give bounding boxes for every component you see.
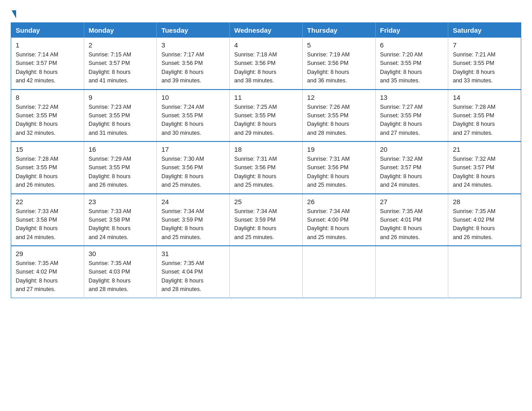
day-number: 2 [89, 41, 152, 49]
day-info: Sunrise: 7:28 AMSunset: 3:55 PMDaylight:… [453, 103, 516, 138]
day-number: 17 [161, 146, 225, 153]
day-number: 6 [380, 41, 444, 49]
day-info: Sunrise: 7:35 AMSunset: 4:01 PMDaylight:… [380, 207, 444, 242]
day-info: Sunrise: 7:32 AMSunset: 3:57 PMDaylight:… [453, 155, 516, 190]
day-cell: 29Sunrise: 7:35 AMSunset: 4:02 PMDayligh… [11, 246, 84, 298]
day-info: Sunrise: 7:31 AMSunset: 3:56 PMDaylight:… [234, 155, 298, 190]
day-info: Sunrise: 7:32 AMSunset: 3:57 PMDaylight:… [380, 155, 444, 190]
day-cell: 11Sunrise: 7:25 AMSunset: 3:55 PMDayligh… [230, 90, 303, 142]
day-info: Sunrise: 7:24 AMSunset: 3:55 PMDaylight:… [161, 103, 225, 138]
day-cell: 6Sunrise: 7:20 AMSunset: 3:55 PMDaylight… [375, 38, 448, 90]
day-info: Sunrise: 7:21 AMSunset: 3:55 PMDaylight:… [453, 51, 516, 86]
day-cell: 22Sunrise: 7:33 AMSunset: 3:58 PMDayligh… [11, 194, 84, 246]
header [11, 9, 521, 15]
day-number: 20 [380, 146, 444, 153]
day-cell: 13Sunrise: 7:27 AMSunset: 3:55 PMDayligh… [375, 90, 448, 142]
day-cell: 12Sunrise: 7:26 AMSunset: 3:55 PMDayligh… [302, 90, 375, 142]
col-header-wednesday: Wednesday [230, 23, 303, 38]
col-header-tuesday: Tuesday [157, 23, 230, 38]
day-info: Sunrise: 7:29 AMSunset: 3:55 PMDaylight:… [89, 155, 152, 190]
day-info: Sunrise: 7:20 AMSunset: 3:55 PMDaylight:… [380, 51, 444, 86]
day-cell: 27Sunrise: 7:35 AMSunset: 4:01 PMDayligh… [375, 194, 448, 246]
day-cell: 31Sunrise: 7:35 AMSunset: 4:04 PMDayligh… [157, 246, 230, 298]
day-number: 7 [453, 41, 516, 49]
week-row-3: 15Sunrise: 7:28 AMSunset: 3:55 PMDayligh… [11, 141, 521, 194]
col-header-friday: Friday [375, 23, 448, 38]
day-number: 27 [380, 198, 444, 206]
day-cell: 17Sunrise: 7:30 AMSunset: 3:56 PMDayligh… [157, 141, 230, 194]
day-number: 22 [16, 198, 79, 206]
day-number: 28 [453, 198, 516, 206]
day-info: Sunrise: 7:35 AMSunset: 4:03 PMDaylight:… [89, 259, 152, 294]
day-number: 1 [16, 41, 79, 49]
day-cell: 4Sunrise: 7:18 AMSunset: 3:56 PMDaylight… [230, 38, 303, 90]
day-number: 21 [453, 146, 516, 153]
day-info: Sunrise: 7:34 AMSunset: 4:00 PMDaylight:… [307, 207, 371, 242]
day-info: Sunrise: 7:28 AMSunset: 3:55 PMDaylight:… [16, 155, 79, 190]
day-info: Sunrise: 7:14 AMSunset: 3:57 PMDaylight:… [16, 51, 79, 86]
day-cell: 14Sunrise: 7:28 AMSunset: 3:55 PMDayligh… [448, 90, 521, 142]
day-number: 4 [234, 41, 298, 49]
day-info: Sunrise: 7:31 AMSunset: 3:56 PMDaylight:… [307, 155, 371, 190]
day-cell: 15Sunrise: 7:28 AMSunset: 3:55 PMDayligh… [11, 141, 84, 194]
day-cell: 24Sunrise: 7:34 AMSunset: 3:59 PMDayligh… [157, 194, 230, 246]
day-cell: 23Sunrise: 7:33 AMSunset: 3:58 PMDayligh… [84, 194, 157, 246]
day-number: 3 [161, 41, 225, 49]
day-info: Sunrise: 7:34 AMSunset: 3:59 PMDaylight:… [234, 207, 298, 242]
day-info: Sunrise: 7:15 AMSunset: 3:57 PMDaylight:… [89, 51, 152, 86]
day-number: 11 [234, 94, 298, 101]
calendar-table: SundayMondayTuesdayWednesdayThursdayFrid… [11, 22, 521, 298]
day-cell: 1Sunrise: 7:14 AMSunset: 3:57 PMDaylight… [11, 38, 84, 90]
day-number: 19 [307, 146, 371, 153]
day-info: Sunrise: 7:27 AMSunset: 3:55 PMDaylight:… [380, 103, 444, 138]
day-number: 25 [234, 198, 298, 206]
day-number: 14 [453, 94, 516, 101]
day-info: Sunrise: 7:34 AMSunset: 3:59 PMDaylight:… [161, 207, 225, 242]
logo-line1 [11, 9, 16, 17]
day-cell: 8Sunrise: 7:22 AMSunset: 3:55 PMDaylight… [11, 90, 84, 142]
day-number: 8 [16, 94, 79, 101]
day-number: 29 [16, 250, 79, 257]
col-header-saturday: Saturday [448, 23, 521, 38]
day-info: Sunrise: 7:33 AMSunset: 3:58 PMDaylight:… [89, 207, 152, 242]
day-number: 15 [16, 146, 79, 153]
day-cell: 16Sunrise: 7:29 AMSunset: 3:55 PMDayligh… [84, 141, 157, 194]
day-number: 5 [307, 41, 371, 49]
day-number: 30 [89, 250, 152, 257]
day-info: Sunrise: 7:35 AMSunset: 4:04 PMDaylight:… [161, 259, 225, 294]
day-info: Sunrise: 7:19 AMSunset: 3:56 PMDaylight:… [307, 51, 371, 86]
day-number: 24 [161, 198, 225, 206]
day-cell: 28Sunrise: 7:35 AMSunset: 4:02 PMDayligh… [448, 194, 521, 246]
day-info: Sunrise: 7:18 AMSunset: 3:56 PMDaylight:… [234, 51, 298, 86]
day-cell: 19Sunrise: 7:31 AMSunset: 3:56 PMDayligh… [302, 141, 375, 194]
day-cell: 7Sunrise: 7:21 AMSunset: 3:55 PMDaylight… [448, 38, 521, 90]
header-row: SundayMondayTuesdayWednesdayThursdayFrid… [11, 23, 521, 38]
logo [11, 9, 16, 15]
day-number: 18 [234, 146, 298, 153]
week-row-4: 22Sunrise: 7:33 AMSunset: 3:58 PMDayligh… [11, 194, 521, 246]
day-cell [230, 246, 303, 298]
col-header-sunday: Sunday [11, 23, 84, 38]
day-number: 10 [161, 94, 225, 101]
day-number: 26 [307, 198, 371, 206]
day-info: Sunrise: 7:35 AMSunset: 4:02 PMDaylight:… [453, 207, 516, 242]
day-info: Sunrise: 7:23 AMSunset: 3:55 PMDaylight:… [89, 103, 152, 138]
day-info: Sunrise: 7:22 AMSunset: 3:55 PMDaylight:… [16, 103, 79, 138]
day-cell: 26Sunrise: 7:34 AMSunset: 4:00 PMDayligh… [302, 194, 375, 246]
day-cell: 5Sunrise: 7:19 AMSunset: 3:56 PMDaylight… [302, 38, 375, 90]
day-cell: 2Sunrise: 7:15 AMSunset: 3:57 PMDaylight… [84, 38, 157, 90]
week-row-1: 1Sunrise: 7:14 AMSunset: 3:57 PMDaylight… [11, 38, 521, 90]
day-number: 12 [307, 94, 371, 101]
day-cell: 9Sunrise: 7:23 AMSunset: 3:55 PMDaylight… [84, 90, 157, 142]
day-info: Sunrise: 7:26 AMSunset: 3:55 PMDaylight:… [307, 103, 371, 138]
calendar-header: SundayMondayTuesdayWednesdayThursdayFrid… [11, 23, 521, 38]
day-cell: 30Sunrise: 7:35 AMSunset: 4:03 PMDayligh… [84, 246, 157, 298]
day-number: 13 [380, 94, 444, 101]
day-number: 23 [89, 198, 152, 206]
day-cell: 21Sunrise: 7:32 AMSunset: 3:57 PMDayligh… [448, 141, 521, 194]
col-header-thursday: Thursday [302, 23, 375, 38]
day-cell: 20Sunrise: 7:32 AMSunset: 3:57 PMDayligh… [375, 141, 448, 194]
day-cell: 18Sunrise: 7:31 AMSunset: 3:56 PMDayligh… [230, 141, 303, 194]
logo-arrow-icon [12, 10, 16, 18]
day-info: Sunrise: 7:33 AMSunset: 3:58 PMDaylight:… [16, 207, 79, 242]
